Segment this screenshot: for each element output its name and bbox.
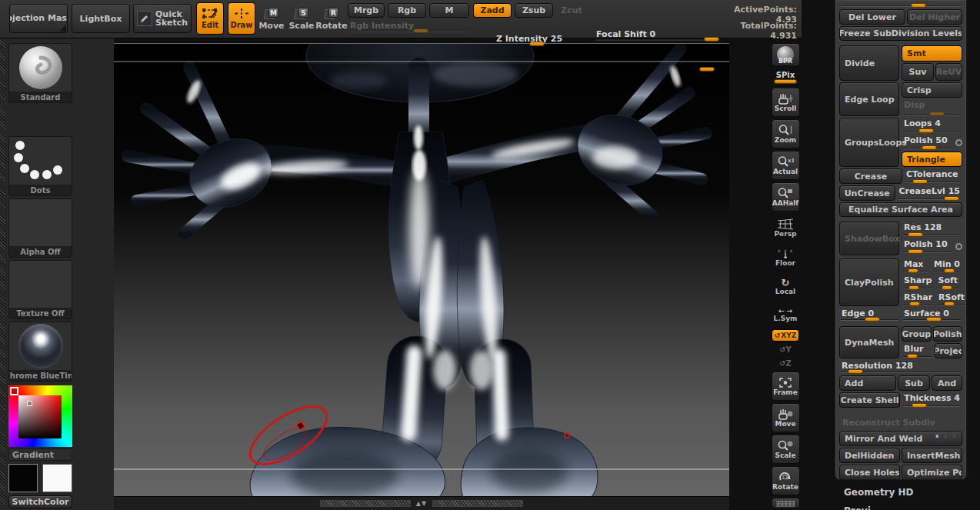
draw-button[interactable]: Draw xyxy=(228,2,255,35)
hscroll-left-handle[interactable] xyxy=(320,500,411,507)
viewport-canvas[interactable] xyxy=(114,43,729,496)
rsoft-slider[interactable]: RSoft xyxy=(936,292,967,306)
scroll-button[interactable]: Scroll xyxy=(772,88,800,117)
texture-picker[interactable]: Texture Off xyxy=(8,260,72,319)
edge0-slider[interactable]: Edge 0 xyxy=(839,308,900,322)
ctolerance-slider[interactable]: CTolerance xyxy=(904,168,962,184)
material-picker[interactable]: Chrome BlueTint xyxy=(8,322,72,382)
rgb-button[interactable]: Rgb xyxy=(388,3,426,18)
bpr-button[interactable]: BPR xyxy=(772,43,800,66)
move-3d-button[interactable]: Move xyxy=(772,403,800,432)
gradient-button[interactable]: Gradient xyxy=(8,448,72,461)
y-rotate-button[interactable]: ↺Y xyxy=(772,344,800,355)
crease-button[interactable]: Crease xyxy=(839,168,902,184)
rshar-slider[interactable]: RShar xyxy=(902,292,935,306)
brush-picker[interactable]: Standard xyxy=(8,43,72,103)
smt-button[interactable]: Smt xyxy=(902,45,962,62)
polish-button[interactable]: Polish xyxy=(933,326,963,342)
local-button[interactable]: ↻ Local xyxy=(772,272,800,300)
xyz-rotate-button[interactable]: ↺ XYZ xyxy=(772,329,799,342)
scale-button[interactable]: S Scale xyxy=(288,5,315,33)
triangle-button[interactable]: Triangle xyxy=(902,152,962,167)
grid-button[interactable] xyxy=(772,498,800,508)
thickness-slider[interactable]: Thickness 4 xyxy=(902,392,962,408)
project-button[interactable]: Projec xyxy=(935,343,963,358)
frame-button[interactable]: Frame xyxy=(772,372,800,401)
polish-loops-radio[interactable] xyxy=(955,139,962,146)
scale-3d-button[interactable]: Scale xyxy=(772,435,800,464)
edge-loop-button[interactable]: Edge Loop xyxy=(839,82,899,116)
equalize-surface-button[interactable]: Equalize Surface Area xyxy=(839,202,962,217)
floor-button[interactable]: x y z ↓ Floor xyxy=(772,244,800,270)
focal-shift-slider[interactable]: Focal Shift 0 xyxy=(594,28,719,42)
polish-loops-slider[interactable]: Polish 50 xyxy=(902,135,954,150)
preview-header-partial[interactable]: Previ xyxy=(844,505,871,510)
edit-button[interactable]: Edit xyxy=(196,2,224,35)
dynamesh-button[interactable]: DynaMesh xyxy=(839,326,899,358)
hscroll-right-handle[interactable] xyxy=(432,500,523,507)
stroke-picker[interactable]: Dots xyxy=(8,136,72,196)
lsym-button[interactable]: ← → L.Sym xyxy=(772,302,800,327)
del-higher-button[interactable]: Del Higher xyxy=(907,9,962,25)
switch-color-button[interactable]: SwitchColor xyxy=(8,495,72,508)
blur-slider[interactable]: Blur xyxy=(902,343,933,358)
persp-button[interactable]: Persp xyxy=(772,214,800,242)
and-button[interactable]: And xyxy=(932,375,962,391)
zsub-button[interactable]: Zsub xyxy=(515,3,553,18)
scroll-arrows[interactable]: ▲▼ xyxy=(416,500,427,507)
spix-slider[interactable]: SPix xyxy=(772,68,800,85)
resolution-slider[interactable]: Resolution 128 xyxy=(839,360,962,374)
mrgb-button[interactable]: Mrgb xyxy=(348,3,385,18)
crease-lvl-slider[interactable]: CreaseLvl 15 xyxy=(897,185,962,201)
reconstruct-subdiv-button[interactable]: Reconstruct Subdiv xyxy=(839,415,962,429)
zadd-button[interactable]: Zadd xyxy=(473,3,512,18)
quick-sketch-button[interactable]: Quick Sketch xyxy=(133,4,192,33)
zoom-button[interactable]: Zoom xyxy=(772,119,800,148)
secondary-color-swatch[interactable] xyxy=(42,464,72,492)
uncrease-button[interactable]: UnCrease xyxy=(839,185,895,201)
reuv-button[interactable]: ReUV xyxy=(935,63,962,81)
freeze-subdivision-button[interactable]: Freeze SubDivision Levels xyxy=(839,26,962,41)
add-button[interactable]: Add xyxy=(839,375,896,391)
shadowbox-button[interactable]: ShadowBox xyxy=(839,222,899,255)
zcut-button[interactable]: Zcut xyxy=(556,3,587,18)
color-picker[interactable] xyxy=(8,385,72,447)
surface0-slider[interactable]: Surface 0 xyxy=(902,308,962,322)
insert-mesh-button[interactable]: InsertMesh xyxy=(902,448,962,463)
rotate-button[interactable]: R Rotate xyxy=(317,5,346,33)
crisp-button[interactable]: Crisp xyxy=(902,82,962,98)
groups-loops-button[interactable]: GroupsLoops xyxy=(839,118,899,167)
polish-sb-slider[interactable]: Polish 10 xyxy=(902,238,954,254)
loops-slider[interactable]: Loops 4 xyxy=(902,118,962,133)
disp-slider[interactable]: Disp xyxy=(902,99,962,116)
mirror-and-weld-button[interactable]: Mirror And Weld x y z xyxy=(839,431,962,446)
rotate-3d-button[interactable]: Rotate xyxy=(772,466,800,495)
tray-divider-handle[interactable] xyxy=(0,38,5,510)
del-lower-button[interactable]: Del Lower xyxy=(839,9,905,25)
spix-knob[interactable] xyxy=(774,79,797,84)
sdiv-slider[interactable] xyxy=(839,2,962,8)
projection-master-button[interactable]: Projection Master xyxy=(9,4,68,33)
lightbox-button[interactable]: LightBox xyxy=(72,4,130,33)
actual-button[interactable]: x1 Actual xyxy=(772,151,800,180)
z-rotate-button[interactable]: ↺Z xyxy=(772,358,800,369)
rgb-intensity-slider[interactable]: Rgb Intensity xyxy=(348,20,469,33)
polish-sb-radio[interactable] xyxy=(955,243,962,250)
create-shell-button[interactable]: Create Shell xyxy=(839,392,900,408)
mirror-axis-flags[interactable]: x y z xyxy=(935,433,957,439)
geometry-hd-header[interactable]: Geometry HD xyxy=(844,487,914,498)
group-button[interactable]: Group xyxy=(902,326,932,342)
min-slider[interactable]: Min 0 xyxy=(932,258,962,273)
suv-button[interactable]: Suv xyxy=(902,63,934,81)
divide-button[interactable]: Divide xyxy=(839,45,899,81)
m-button[interactable]: M xyxy=(429,3,469,18)
del-hidden-button[interactable]: DelHidden xyxy=(839,448,900,463)
max-slider[interactable]: Max xyxy=(902,258,930,273)
alpha-picker[interactable]: Alpha Off xyxy=(8,198,72,258)
move-button[interactable]: M Move xyxy=(258,5,285,33)
sharp-slider[interactable]: Sharp xyxy=(902,275,934,289)
soft-slider[interactable]: Soft xyxy=(935,275,962,289)
optimize-points-button[interactable]: Optimize Poi xyxy=(902,465,962,480)
main-color-swatch[interactable] xyxy=(8,464,38,492)
sv-square[interactable] xyxy=(18,395,62,438)
